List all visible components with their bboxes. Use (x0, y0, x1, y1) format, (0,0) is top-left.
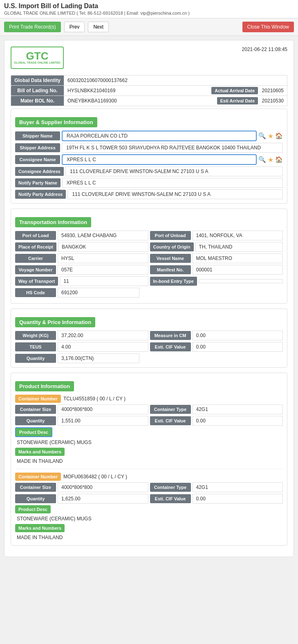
port-load-value: 54930, LAEM CHABANG (58, 231, 148, 240)
buyer-supplier-title: Buyer & Supplier Information (15, 117, 97, 127)
container2-product-desc-label: Product Desc (15, 505, 51, 513)
shipper-address-row: Shipper Address 19TH FL K S L TOWER 503 … (15, 143, 283, 153)
vessel-name-value: MOL MAESTRO (193, 253, 283, 263)
way-transport-label: Way of Transport (15, 277, 58, 286)
shipper-address-label: Shipper Address (15, 143, 60, 152)
master-bol-label: Mater BOL No. (11, 96, 64, 106)
container2-product-desc-value: STONEWARE (CERAMIC) MUGS (15, 515, 283, 522)
container1-size-field: Container Size 4000*806*800 (15, 404, 148, 414)
container2-size-value: 4000*806*800 (58, 482, 148, 492)
qp-row-2: TEUS 4.00 Esti. CIF Value 0.00 (15, 342, 283, 352)
master-bol-value: ONEYBKKBA1169300 Esti Arrival Date 20210… (64, 96, 287, 106)
container2-size-field: Container Size 4000*806*800 (15, 482, 148, 492)
consignee-name-label: Consignee Name (15, 155, 60, 164)
container1-marks-value: MADE IN THAILAND (15, 457, 283, 465)
port-unload-value: 1401, NORFOLK, VA (193, 231, 283, 240)
consignee-star-icon[interactable]: ★ (268, 156, 273, 164)
close-button[interactable]: Close This Window (242, 22, 294, 32)
star-icon[interactable]: ★ (268, 132, 273, 140)
notify-party-address-label: Notify Party Address (15, 190, 66, 199)
esti-cif-field: Esti. CIF Value 0.00 (150, 342, 283, 352)
toolbar: Print Trade Record(s) Prev Next Close Th… (0, 18, 298, 36)
transportation-section: Transportation Information Port of Load … (11, 209, 287, 304)
carrier-label: Carrier (15, 254, 56, 263)
container2-number-label: Container Number (15, 473, 61, 481)
container1-qty-row: Quantity 1,551.00 Esti. CIF Value 0.00 (15, 416, 283, 426)
container1-number-label: Container Number (15, 395, 61, 403)
prev-button[interactable]: Prev (64, 22, 85, 32)
container2-qty-label: Quantity (15, 494, 56, 503)
container2-number-row: Container Number MOFU0636482 ( 00 / L / … (15, 473, 283, 481)
country-origin-label: Country of Origin (150, 242, 194, 251)
consignee-name-value: XPRES L L C (62, 154, 257, 165)
shipper-address-value: 19TH FL K S L TOWER 503 SRIAYUDHYA RD RA… (62, 143, 283, 153)
measure-value: 0.00 (193, 331, 283, 340)
consignee-name-row: Consignee Name XPRES L L C 🔍 ★ 🏠 (15, 154, 283, 165)
voyage-number-value: 057E (58, 265, 148, 275)
container1-product-desc-value: STONEWARE (CERAMIC) MUGS (15, 439, 283, 446)
esti-cif-label: Esti. CIF Value (150, 342, 191, 351)
product-info-title: Product Information (15, 381, 74, 391)
esti-arrival-label: Esti Arrival Date (217, 97, 258, 104)
container2-qty-field: Quantity 1,625.00 (15, 494, 148, 504)
port-load-label: Port of Load (15, 231, 56, 240)
container2-number-value: MOFU0636482 ( 00 / L / CY ) (63, 474, 127, 480)
logo-gto-text: GTC (14, 51, 60, 61)
container2-product-desc-row: Product Desc (15, 505, 283, 513)
country-origin-field: Country of Origin TH, THAILAND (150, 242, 283, 252)
print-button[interactable]: Print Trade Record(s) (4, 22, 61, 32)
container2-cif-field: Esti. CIF Value 0.00 (150, 494, 283, 504)
teus-field: TEUS 4.00 (15, 342, 148, 352)
arrival-date-label: Actual Arrival Date (211, 87, 258, 94)
qp-quantity-row: Quantity 3,176.00(CTN) (15, 353, 283, 363)
shipper-name-value: RAJA PORCELAIN CO LTD (62, 131, 257, 141)
container1-cif-field: Esti. CIF Value 0.00 (150, 416, 283, 426)
global-id-value: 6003202106070000137662 (64, 76, 287, 86)
container2-type-field: Container Type 42G1 (150, 482, 283, 492)
notify-party-address-value: 111 CLOVERLEAF DRIVE WINSTON-SALEM NC 27… (67, 189, 283, 199)
top-bar: U.S. Import Bill of Lading Data GLOBAL T… (0, 0, 298, 18)
container-1: Container Number TCLU4551859 ( 00 / L / … (15, 395, 283, 465)
country-origin-value: TH, THAILAND (195, 242, 283, 252)
container1-type-label: Container Type (150, 405, 191, 414)
inbond-entry-field: In-bond Entry Type (150, 276, 283, 286)
carrier-field: Carrier HYSL (15, 253, 148, 263)
container1-qty-label: Quantity (15, 416, 56, 425)
consignee-address-label: Consignee Address (15, 167, 64, 176)
master-bol-value-text: ONEYBKKBA1169300 (67, 98, 117, 104)
weight-label: Weight (KG) (15, 331, 56, 340)
container2-marks-label-row: Marks and Numbers (15, 524, 283, 532)
consignee-search-icon[interactable]: 🔍 (258, 156, 266, 163)
transportation-title: Transportation Information (15, 217, 91, 227)
container2-marks-value: MADE IN THAILAND (15, 534, 283, 541)
teus-label: TEUS (15, 342, 56, 351)
manifest-no-label: Manifest No. (150, 265, 191, 274)
container1-type-value: 42G1 (193, 404, 283, 414)
shipper-name-label: Shipper Name (15, 131, 60, 140)
hs-code-label: HS Code (15, 288, 56, 297)
container1-qty-field: Quantity 1,551.00 (15, 416, 148, 426)
container1-cif-value: 0.00 (193, 416, 283, 426)
measure-field: Measure in CM 0.00 (150, 331, 283, 340)
next-button[interactable]: Next (88, 22, 109, 32)
weight-field: Weight (KG) 37,202.00 (15, 331, 148, 340)
home-icon[interactable]: 🏠 (275, 132, 283, 140)
container1-marks-label: Marks and Numbers (15, 448, 65, 456)
transport-row-1: Port of Load 54930, LAEM CHABANG Port of… (15, 231, 283, 240)
bol-label: Bill of Lading No. (11, 86, 64, 96)
container1-number-row: Container Number TCLU4551859 ( 00 / L / … (15, 395, 283, 403)
search-icon[interactable]: 🔍 (258, 132, 266, 140)
vessel-name-field: Vessel Name MOL MAESTRO (150, 253, 283, 263)
container-divider (15, 469, 283, 469)
header-row: GTC GLOBAL TRADE ONLINE LIMITED 2021-06-… (11, 47, 287, 69)
container2-size-label: Container Size (15, 483, 56, 492)
container1-cif-label: Esti. CIF Value (150, 416, 191, 425)
container2-cif-value: 0.00 (193, 494, 283, 504)
container2-marks-label: Marks and Numbers (15, 524, 65, 532)
container2-cif-label: Esti. CIF Value (150, 494, 191, 503)
product-info-section: Product Information Container Number TCL… (11, 373, 287, 546)
page-title: U.S. Import Bill of Lading Data (4, 2, 294, 10)
container1-marks-label-row: Marks and Numbers (15, 448, 283, 456)
consignee-home-icon[interactable]: 🏠 (275, 156, 283, 163)
transport-row-5: Way of Transport 11 In-bond Entry Type (15, 276, 283, 286)
